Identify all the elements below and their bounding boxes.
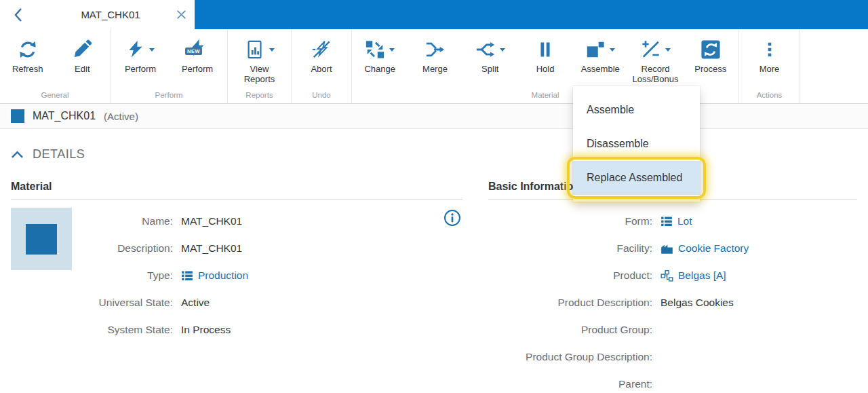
edit-label: Edit	[75, 64, 90, 74]
field-row-facility: Facility: Cookie Factory	[488, 235, 857, 262]
list-icon	[181, 269, 193, 282]
group-label-undo: Undo	[292, 91, 351, 99]
record-loss-bonus-icon	[641, 39, 661, 60]
chevron-down-icon	[500, 48, 505, 54]
change-icon	[365, 39, 385, 60]
edit-button[interactable]: Edit	[55, 35, 109, 74]
view-reports-icon	[245, 39, 265, 60]
hold-button[interactable]: Hold	[518, 35, 572, 74]
field-row-system-state: System State: In Process	[11, 316, 462, 343]
assemble-icon	[585, 39, 606, 60]
process-button[interactable]: Process	[684, 35, 738, 74]
field-row-product-group-description: Product Group Description:	[488, 343, 857, 371]
change-label: Change	[364, 64, 395, 74]
details-section-header: DETAILS	[11, 147, 857, 162]
tab-mat-chk01[interactable]: MAT_CHK01	[37, 0, 195, 29]
toolbar-group-undo: Abort Undo	[292, 29, 352, 103]
merge-label: Merge	[422, 64, 448, 74]
product-link[interactable]: Belgas [A]	[678, 269, 726, 282]
field-row-description: Description: MAT_CHK01	[11, 235, 462, 262]
info-icon[interactable]	[443, 209, 461, 229]
chevron-left-icon	[13, 7, 24, 22]
group-label-reports: Reports	[228, 91, 291, 99]
material-header: Material	[11, 181, 462, 200]
refresh-button[interactable]: Refresh	[1, 35, 55, 74]
view-reports-button[interactable]: View Reports	[233, 35, 287, 85]
merge-icon	[425, 39, 446, 60]
group-label-perform: Perform	[111, 91, 227, 99]
record-loss-bonus-button[interactable]: Record Loss/Bonus	[629, 35, 683, 85]
abort-icon	[311, 39, 332, 60]
field-row-type: Type: Production	[11, 262, 462, 289]
perform-button[interactable]: Perform	[113, 35, 167, 74]
material-image[interactable]	[11, 208, 72, 270]
chevron-down-icon	[269, 48, 275, 54]
hold-icon	[536, 39, 555, 60]
refresh-icon	[18, 39, 38, 60]
object-header: MAT_CHK01 (Active)	[0, 104, 868, 129]
merge-button[interactable]: Merge	[408, 35, 462, 74]
close-icon[interactable]	[176, 10, 186, 20]
assemble-dropdown-menu: Assemble Disassemble Replace Assembled	[573, 86, 700, 202]
field-row-parent: Parent:	[488, 371, 857, 393]
more-icon	[761, 39, 778, 60]
back-button[interactable]	[0, 0, 37, 29]
field-row-product: Product: Belgas [A]	[488, 262, 857, 289]
top-bar	[195, 0, 868, 29]
more-label: More	[760, 64, 780, 74]
form-link[interactable]: Lot	[677, 215, 692, 227]
material-color-swatch	[11, 109, 24, 123]
field-label: Form:	[488, 215, 660, 227]
details-title: DETAILS	[33, 147, 85, 162]
toolbar: Refresh Edit General Perform NEW Perform	[0, 29, 868, 104]
abort-button[interactable]: Abort	[294, 35, 349, 74]
process-label: Process	[694, 64, 726, 74]
group-label-actions: Actions	[739, 91, 800, 99]
menu-item-disassemble[interactable]: Disassemble	[573, 127, 700, 161]
field-label: Product Description:	[488, 297, 660, 309]
menu-item-replace-assembled[interactable]: Replace Assembled	[573, 161, 700, 195]
field-value: In Process	[181, 324, 231, 336]
details-content: DETAILS Material Name: MAT_CHK01 Descrip…	[0, 147, 868, 393]
field-row-universal-state: Universal State: Active	[11, 289, 462, 316]
process-icon	[701, 39, 721, 60]
field-value: Belgas Cookies	[660, 297, 734, 309]
perform-new-button[interactable]: NEW Perform	[170, 35, 224, 74]
collapse-details-button[interactable]	[11, 151, 24, 159]
material-panel: Material Name: MAT_CHK01 Description: MA…	[11, 181, 462, 393]
field-label: Product:	[488, 269, 660, 282]
perform-label: Perform	[125, 64, 156, 74]
edit-icon	[72, 39, 92, 60]
tab-strip: MAT_CHK01	[0, 0, 868, 29]
manage-materials-page: MAT_CHK01 Refresh Edit General	[0, 0, 868, 393]
object-title: MAT_CHK01	[33, 110, 96, 122]
menu-item-assemble[interactable]: Assemble	[573, 93, 700, 127]
chevron-down-icon	[665, 48, 671, 54]
type-link[interactable]: Production	[198, 269, 248, 282]
view-reports-label: View Reports	[235, 64, 285, 85]
field-label: Product Group:	[488, 324, 660, 336]
perform-new-label: Perform	[182, 64, 213, 74]
split-button[interactable]: Split	[463, 35, 517, 74]
change-button[interactable]: Change	[353, 35, 407, 74]
tab-title: MAT_CHK01	[45, 9, 176, 20]
field-row-product-group: Product Group:	[488, 316, 857, 343]
abort-label: Abort	[311, 64, 332, 74]
more-button[interactable]: More	[743, 35, 797, 74]
toolbar-group-perform: Perform NEW Perform Perform	[111, 29, 228, 103]
field-label: System State:	[11, 324, 181, 336]
chevron-down-icon	[610, 48, 615, 54]
basic-information-panel: Basic Information Form: Lot Facility:	[488, 181, 857, 393]
object-state: (Active)	[104, 111, 138, 122]
field-row-product-description: Product Description: Belgas Cookies	[488, 289, 857, 316]
split-icon	[475, 39, 496, 60]
material-image-placeholder	[26, 224, 57, 255]
perform-icon	[126, 39, 145, 60]
toolbar-group-general: Refresh Edit General	[0, 29, 111, 103]
list-icon	[660, 215, 673, 227]
record-loss-bonus-label: Record Loss/Bonus	[631, 64, 681, 85]
assemble-button[interactable]: Assemble	[573, 35, 627, 74]
hold-label: Hold	[536, 64, 555, 74]
field-label: Product Group Description:	[488, 351, 660, 363]
facility-link[interactable]: Cookie Factory	[678, 242, 749, 255]
